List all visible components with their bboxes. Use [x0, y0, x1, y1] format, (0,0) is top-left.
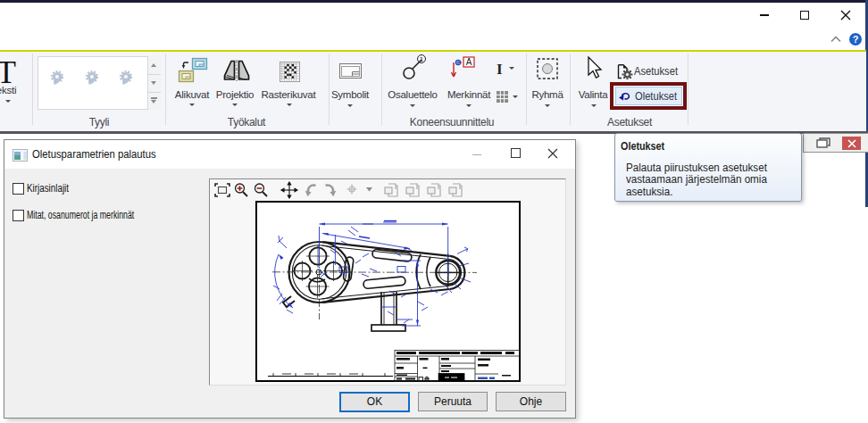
svg-text:A: A — [466, 57, 472, 67]
svg-text:1: 1 — [420, 55, 424, 63]
